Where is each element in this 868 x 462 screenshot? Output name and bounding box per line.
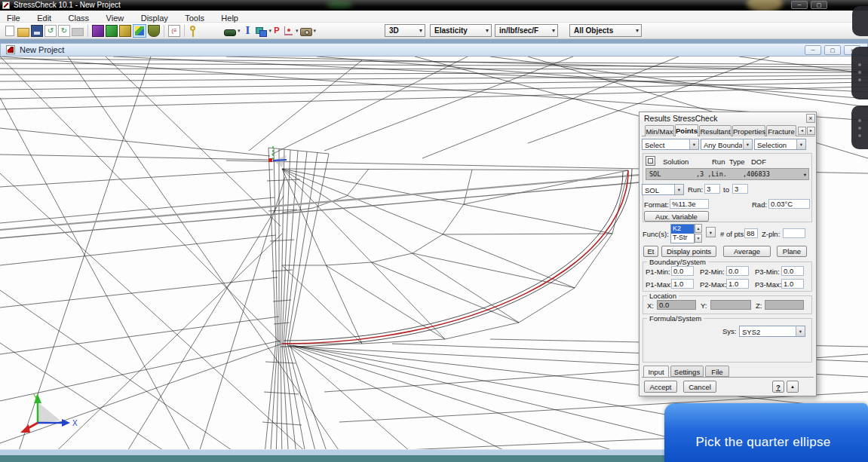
spinner-up-icon[interactable]: ▲: [695, 224, 702, 233]
boundary-filter-combo[interactable]: Any Boundary ▾: [701, 139, 753, 150]
solution-row-combo[interactable]: SOL ,3 ,Lin. ,406833 ▾: [646, 168, 809, 180]
function-option[interactable]: T-Str: [671, 234, 694, 243]
run-header: Run: [712, 158, 725, 166]
p2-min-field[interactable]: [726, 266, 749, 276]
p3-max-field[interactable]: [781, 279, 804, 289]
overlay-pill-lower[interactable]: [851, 106, 868, 149]
z-location-field[interactable]: [765, 300, 804, 310]
et-button[interactable]: Et: [643, 246, 658, 257]
y-label: Y:: [701, 301, 707, 310]
tab-scroll-right-icon[interactable]: ►: [807, 127, 815, 135]
ibeam-icon[interactable]: I: [242, 25, 254, 37]
display-settings-icon[interactable]: [133, 24, 146, 38]
toolbar: ↺ ↻ (≡ ▾ I ▾ P ▾ ▾ 3D: [0, 23, 868, 39]
chevron-down-icon[interactable]: ▾: [674, 185, 683, 194]
format-field[interactable]: [670, 199, 709, 209]
tab-settings[interactable]: Settings: [670, 366, 704, 377]
analysis-type-combo[interactable]: Elasticity ▾: [430, 24, 492, 37]
close-icon[interactable]: ×: [806, 114, 815, 123]
open-folder-icon[interactable]: [17, 28, 29, 37]
maximize-button[interactable]: ▢: [811, 1, 827, 9]
document-maximize-button[interactable]: ▢: [824, 45, 841, 55]
select-mode-combo[interactable]: Select ▾: [642, 139, 699, 150]
function-listbox[interactable]: K2 T-Str: [670, 224, 695, 243]
dimension-combo[interactable]: 3D ▾: [385, 24, 425, 37]
p-icon[interactable]: P: [273, 25, 281, 37]
tab-resultant[interactable]: Resultant: [699, 125, 732, 136]
help-icon[interactable]: ?: [772, 381, 784, 393]
chevron-down-icon[interactable]: ▾: [796, 139, 805, 149]
chevron-down-icon[interactable]: ▾: [743, 139, 752, 149]
chevron-down-icon[interactable]: ▾: [804, 172, 806, 178]
chevron-down-icon[interactable]: ▾: [689, 139, 698, 149]
document-minimize-button[interactable]: ─: [805, 45, 821, 55]
units-combo[interactable]: in/lbf/sec/F ▾: [495, 24, 558, 37]
aux-variable-button[interactable]: Aux. Variable: [644, 211, 709, 222]
run-from-field[interactable]: [704, 184, 720, 194]
model-cube-icon[interactable]: [92, 25, 104, 37]
save-icon[interactable]: [31, 25, 43, 37]
tab-minmax[interactable]: Min/Max: [645, 125, 674, 136]
chevron-down-icon[interactable]: ▾: [296, 28, 299, 34]
import-icon[interactable]: ↺: [44, 25, 57, 37]
constraint-shield-icon[interactable]: [148, 25, 160, 37]
minimize-button[interactable]: ─: [791, 1, 808, 9]
function-dropdown-icon[interactable]: ▾: [706, 227, 716, 237]
results-dialog-titlebar[interactable]: Results StressCheck ×: [639, 112, 816, 124]
display-points-button[interactable]: Display points: [661, 246, 716, 257]
chevron-down-icon[interactable]: ▾: [238, 28, 241, 34]
chevron-down-icon[interactable]: ▾: [269, 28, 272, 34]
num-points-label: # of pts:: [720, 230, 746, 238]
tab-scroll-left-icon[interactable]: ◄: [798, 127, 806, 135]
selection-combo[interactable]: Selection ▾: [754, 139, 806, 150]
chevron-down-icon[interactable]: ▾: [796, 326, 805, 336]
help-key-icon[interactable]: [189, 25, 196, 37]
x-axis-label: X: [72, 419, 78, 427]
screen: StressCheck 10.1 - New Project ─ ▢ File …: [0, 0, 868, 462]
print-icon[interactable]: [72, 28, 84, 36]
sys-combo[interactable]: SYS2 ▾: [739, 326, 805, 337]
spinner-down-icon[interactable]: ▼: [695, 234, 702, 243]
cancel-button[interactable]: Cancel: [683, 381, 716, 393]
camera-icon[interactable]: [300, 28, 312, 36]
callout-text: Pick the quarter ellipse: [664, 435, 862, 450]
tab-properties[interactable]: Properties: [732, 125, 765, 136]
overlay-pill-middle[interactable]: [851, 47, 868, 99]
tab-file[interactable]: File: [705, 366, 729, 377]
solution-row-name: SOL: [649, 170, 661, 178]
solution-checkbox[interactable]: [646, 156, 655, 166]
p2-max-field[interactable]: [726, 279, 749, 289]
average-button[interactable]: Average: [723, 246, 771, 257]
y-location-field[interactable]: [710, 300, 751, 310]
chevron-down-icon[interactable]: ▾: [314, 28, 317, 34]
solution-name-combo[interactable]: SOL ▾: [642, 184, 684, 195]
axis-triad: Y X: [20, 393, 78, 433]
app-titlebar: StressCheck 10.1 - New Project ─ ▢: [0, 0, 868, 11]
function-option-selected[interactable]: K2: [671, 225, 694, 234]
objects-filter-combo[interactable]: All Objects ▾: [569, 24, 642, 37]
overlay-pill-top[interactable]: [852, 6, 868, 36]
new-document-icon[interactable]: [5, 26, 14, 36]
run-to-field[interactable]: [732, 184, 748, 194]
p3-min-field[interactable]: [781, 266, 804, 276]
solver-icon[interactable]: [224, 29, 236, 36]
load-cube-icon[interactable]: [119, 25, 131, 37]
mesh-cube-icon[interactable]: [106, 25, 118, 37]
zpln-field[interactable]: [783, 228, 805, 238]
layers-icon[interactable]: [256, 25, 268, 37]
app-logo-icon: [2, 2, 10, 9]
tab-fracture[interactable]: Fracture: [766, 125, 796, 136]
export-icon[interactable]: ↻: [58, 25, 70, 37]
rad-field[interactable]: [768, 199, 810, 209]
report-icon[interactable]: (≡: [168, 25, 180, 37]
p1-max-field[interactable]: [671, 279, 694, 289]
plot-axes-icon[interactable]: [282, 25, 294, 37]
accept-button[interactable]: Accept: [644, 381, 677, 393]
num-points-field[interactable]: [744, 228, 758, 238]
tab-input[interactable]: Input: [643, 366, 669, 378]
x-location-field[interactable]: [657, 300, 696, 310]
tab-points[interactable]: Points: [675, 124, 698, 136]
p1-min-field[interactable]: [671, 266, 694, 276]
collapse-up-icon[interactable]: ▲: [787, 381, 799, 393]
plane-button[interactable]: Plane: [777, 246, 807, 257]
